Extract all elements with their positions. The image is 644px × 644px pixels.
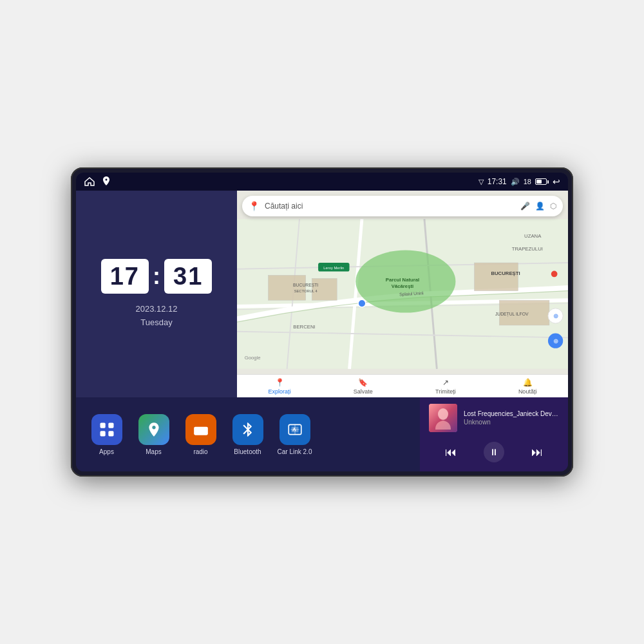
svg-point-46 xyxy=(438,408,448,420)
map-mic-icon[interactable]: 🎤 xyxy=(520,202,530,211)
svg-point-39 xyxy=(196,430,199,432)
map-visual: Parcul Natural Văcărești BUCUREȘTI SECTO… xyxy=(237,191,568,397)
svg-rect-14 xyxy=(475,263,518,291)
map-nav-news-label: Noutăți xyxy=(518,388,537,395)
clock-widget: 17 : 31 2023.12.12 Tuesday xyxy=(76,191,237,397)
app-label-apps: Apps xyxy=(99,448,114,455)
map-section[interactable]: 📍 Căutați aici 🎤 👤 ⬡ xyxy=(237,191,568,397)
screen: ▽ 17:31 🔊 18 ↩ xyxy=(76,173,568,471)
share-icon: ↗ xyxy=(442,378,449,387)
svg-text:Parcul Natural: Parcul Natural xyxy=(386,277,420,283)
map-search-bar[interactable]: 📍 Căutați aici 🎤 👤 ⬡ xyxy=(242,196,563,216)
svg-text:⊕: ⊕ xyxy=(553,337,558,345)
app-label-carlink: Car Link 2.0 xyxy=(278,448,312,455)
album-art xyxy=(429,404,457,432)
music-artist: Unknown xyxy=(464,419,559,426)
svg-text:JUDEȚUL ILFOV: JUDEȚUL ILFOV xyxy=(495,312,529,317)
app-item-carlink[interactable]: Car Link 2.0 xyxy=(277,414,312,455)
battery-number: 18 xyxy=(524,178,531,185)
map-nav-share[interactable]: ↗ Trimiteți xyxy=(435,378,456,395)
location-icon: ▽ xyxy=(478,178,484,186)
status-time: 17:31 xyxy=(488,177,507,186)
svg-rect-35 xyxy=(100,431,105,436)
svg-text:SECTORUL 4: SECTORUL 4 xyxy=(294,289,318,293)
app-label-radio: radio xyxy=(193,448,207,455)
maps-pin-icon[interactable] xyxy=(100,176,112,187)
main-content: 17 : 31 2023.12.12 Tuesday 📍 Căutați aic… xyxy=(76,191,568,471)
svg-text:BUCUREȘTI: BUCUREȘTI xyxy=(491,270,520,276)
music-meta: Lost Frequencies_Janieck Devy-... Unknow… xyxy=(464,410,559,426)
top-section: 17 : 31 2023.12.12 Tuesday 📍 Căutați aic… xyxy=(76,191,568,397)
clock-display: 17 : 31 xyxy=(101,259,213,294)
map-search-text[interactable]: Căutați aici xyxy=(265,202,515,211)
map-bottom-bar: 📍 Explorați 🔖 Salvate ↗ Trimiteți 🔔 xyxy=(237,374,568,397)
carlink-icon xyxy=(279,414,310,445)
svg-text:Văcărești: Văcărești xyxy=(392,283,413,289)
app-label-bluetooth: Bluetooth xyxy=(234,448,261,455)
svg-text:FM: FM xyxy=(196,422,202,426)
map-layers-icon[interactable]: ⬡ xyxy=(550,202,556,211)
maps-icon xyxy=(138,414,169,445)
status-bar: ▽ 17:31 🔊 18 ↩ xyxy=(76,173,568,191)
explore-icon: 📍 xyxy=(275,378,285,387)
clock-colon: : xyxy=(153,263,160,290)
svg-text:Google: Google xyxy=(245,355,261,361)
app-item-bluetooth[interactable]: Bluetooth xyxy=(230,414,265,455)
back-icon[interactable]: ↩ xyxy=(553,176,560,187)
svg-rect-12 xyxy=(268,275,305,300)
map-nav-saved[interactable]: 🔖 Salvate xyxy=(354,378,373,395)
device-shell: ▽ 17:31 🔊 18 ↩ xyxy=(71,167,573,477)
home-icon[interactable] xyxy=(84,176,95,187)
map-nav-explore[interactable]: 📍 Explorați xyxy=(269,378,291,395)
app-item-maps[interactable]: Maps xyxy=(136,414,171,455)
status-bar-left xyxy=(84,176,112,187)
svg-text:TRAPEZULUI: TRAPEZULUI xyxy=(512,246,543,252)
map-search-pin-icon: 📍 xyxy=(249,201,260,211)
svg-text:BERCENI: BERCENI xyxy=(293,324,315,330)
app-label-maps: Maps xyxy=(146,448,161,455)
radio-icon: FM xyxy=(185,414,216,445)
map-nav-share-label: Trimiteți xyxy=(435,388,456,395)
music-info: Lost Frequencies_Janieck Devy-... Unknow… xyxy=(429,404,559,432)
svg-text:UZANA: UZANA xyxy=(524,233,542,239)
map-search-actions: 🎤 👤 ⬡ xyxy=(520,202,556,211)
next-button[interactable]: ⏭ xyxy=(526,443,548,462)
bottom-section: Apps Maps xyxy=(76,397,568,471)
apps-icon xyxy=(91,414,122,445)
svg-point-32 xyxy=(551,271,558,278)
svg-text:Leroy Merlin: Leroy Merlin xyxy=(323,266,344,270)
clock-hour: 17 xyxy=(101,259,149,294)
svg-text:BUCUREȘTI: BUCUREȘTI xyxy=(293,283,318,288)
saved-icon: 🔖 xyxy=(358,378,368,387)
svg-rect-33 xyxy=(100,422,105,428)
bluetooth-app-icon xyxy=(232,414,263,445)
svg-rect-36 xyxy=(108,431,113,436)
music-controls: ⏮ ⏸ ⏭ xyxy=(429,439,559,465)
map-nav-saved-label: Salvate xyxy=(354,388,373,395)
battery-icon xyxy=(535,178,549,185)
svg-rect-34 xyxy=(108,422,113,428)
news-icon: 🔔 xyxy=(523,378,533,387)
svg-rect-41 xyxy=(202,431,205,432)
prev-button[interactable]: ⏮ xyxy=(440,443,462,462)
svg-rect-40 xyxy=(202,428,205,430)
music-player: Lost Frequencies_Janieck Devy-... Unknow… xyxy=(420,397,568,471)
map-nav-news[interactable]: 🔔 Noutăți xyxy=(518,378,537,395)
apps-strip: Apps Maps xyxy=(76,397,420,471)
clock-minute: 31 xyxy=(164,259,212,294)
map-nav-explore-label: Explorați xyxy=(269,388,291,395)
svg-text:⊕: ⊕ xyxy=(553,312,558,319)
map-account-icon[interactable]: 👤 xyxy=(535,202,545,211)
app-item-radio[interactable]: FM radio xyxy=(183,414,218,455)
clock-date: 2023.12.12 Tuesday xyxy=(135,303,177,330)
volume-icon: 🔊 xyxy=(511,178,520,186)
music-title: Lost Frequencies_Janieck Devy-... xyxy=(464,410,559,417)
svg-point-27 xyxy=(358,299,366,307)
app-item-apps[interactable]: Apps xyxy=(89,414,124,455)
status-bar-right: ▽ 17:31 🔊 18 ↩ xyxy=(478,176,560,187)
play-pause-button[interactable]: ⏸ xyxy=(484,442,504,462)
